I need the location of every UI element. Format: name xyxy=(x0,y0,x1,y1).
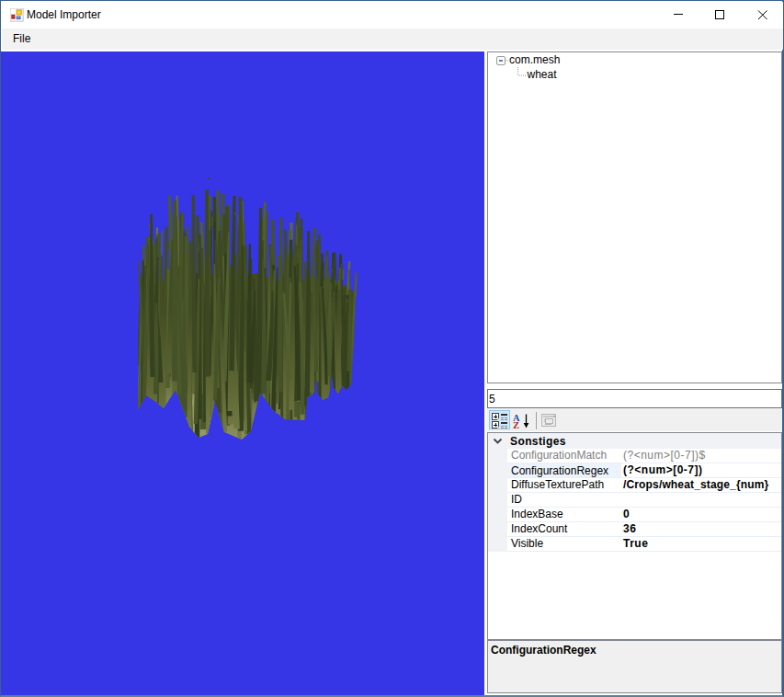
svg-text:Z: Z xyxy=(513,420,519,430)
